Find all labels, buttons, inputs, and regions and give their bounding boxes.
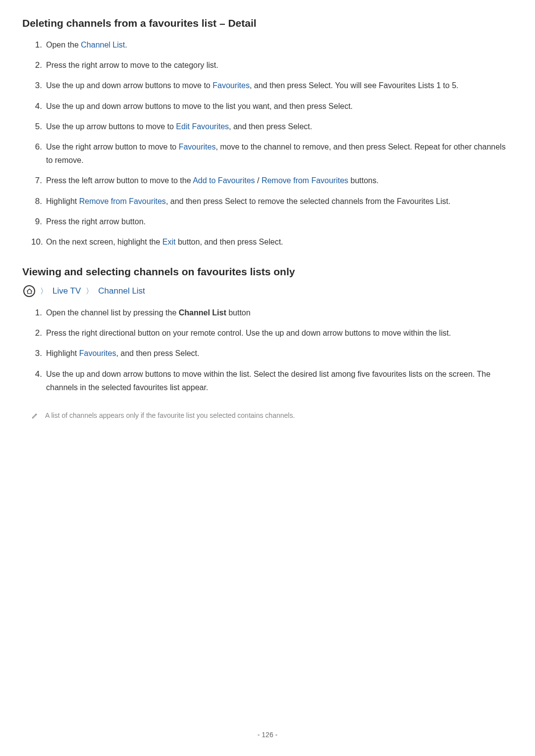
step-text: Use the up and down arrow buttons to mov… [46, 81, 213, 90]
list-number: 2. [31, 326, 42, 341]
step-text[interactable]: Exit [162, 238, 176, 246]
list-item: 3.Use the up and down arrow buttons to m… [32, 79, 513, 92]
list-item: 6.Use the right arrow button to move to … [32, 140, 513, 167]
list-item: 4.Use the up and down arrow buttons to m… [32, 100, 513, 113]
step-text: , and then press Select. [229, 122, 312, 131]
note-text: A list of channels appears only if the f… [45, 411, 295, 419]
list-number: 8. [31, 195, 42, 209]
page-number: - 126 - [258, 731, 277, 739]
step-text: Press the right arrow button. [46, 217, 146, 226]
section-heading-2: Viewing and selecting channels on favour… [22, 266, 513, 278]
list-number: 3. [31, 79, 42, 93]
list-item: 1.Open the Channel List. [32, 38, 513, 51]
list-item: 8.Highlight Remove from Favourites, and … [32, 195, 513, 208]
step-text: button, and then press Select. [175, 238, 283, 246]
list-number: 4. [31, 367, 42, 382]
list-number: 10. [31, 235, 42, 250]
pencil-icon [31, 412, 38, 419]
step-text: Highlight [46, 349, 79, 357]
step-text: Press the right directional button on yo… [46, 329, 451, 337]
breadcrumb: 〉 Live TV 〉 Channel List [22, 285, 513, 297]
list-item: 5.Use the up arrow buttons to move to Ed… [32, 120, 513, 133]
list-item: 9.Press the right arrow button. [32, 215, 513, 228]
chevron-icon: 〉 [86, 287, 93, 296]
step-text: / [255, 176, 262, 185]
step-text: Press the right arrow to move to the cat… [46, 61, 218, 69]
step-text: Use the up and down arrow buttons to mov… [46, 102, 353, 110]
step-text: Use the up arrow buttons to move to [46, 122, 176, 131]
step-text: Open the [46, 41, 81, 49]
list-item: 1.Open the channel list by pressing the … [32, 306, 513, 319]
step-text[interactable]: Favourites [213, 81, 250, 90]
steps-list-2: 1.Open the channel list by pressing the … [22, 306, 513, 394]
steps-list-1: 1.Open the Channel List.2.Press the righ… [22, 38, 513, 249]
list-item: 10.On the next screen, highlight the Exi… [32, 235, 513, 249]
breadcrumb-channel-list[interactable]: Channel List [98, 286, 145, 296]
list-item: 4.Use the up and down arrow buttons to m… [32, 367, 513, 394]
list-number: 1. [31, 38, 42, 52]
step-text: Use the right arrow button to move to [46, 143, 179, 151]
list-number: 2. [31, 58, 42, 73]
list-number: 4. [31, 100, 42, 114]
breadcrumb-live-tv[interactable]: Live TV [53, 286, 81, 296]
list-item: 2.Press the right arrow to move to the c… [32, 58, 513, 72]
step-text: buttons. [348, 176, 378, 185]
step-text[interactable]: Favourites [179, 143, 216, 151]
step-text[interactable]: Channel List [81, 41, 125, 49]
list-item: 3.Highlight Favourites, and then press S… [32, 347, 513, 360]
home-icon [23, 285, 35, 297]
list-item: 2.Press the right directional button on … [32, 326, 513, 340]
step-text: Press the left arrow button to move to t… [46, 176, 193, 185]
section-heading-1: Deleting channels from a favourites list… [22, 17, 513, 29]
list-item: 7.Press the left arrow button to move to… [32, 174, 513, 187]
chevron-icon: 〉 [40, 287, 48, 296]
list-number: 6. [31, 140, 42, 154]
step-text[interactable]: Remove from Favourites [79, 197, 166, 205]
step-text: Open the channel list by pressing the [46, 308, 179, 317]
list-number: 5. [31, 120, 42, 134]
step-text[interactable]: Add to Favourites [193, 176, 255, 185]
step-text: , and then press Select. You will see Fa… [250, 81, 459, 90]
step-text: . [125, 41, 127, 49]
list-number: 3. [31, 347, 42, 361]
list-number: 1. [31, 306, 42, 320]
step-text[interactable]: Remove from Favourites [262, 176, 348, 185]
list-number: 9. [31, 215, 42, 229]
list-number: 7. [31, 174, 42, 188]
step-text: Channel List [179, 308, 226, 317]
step-text: , and then press Select. [116, 349, 199, 357]
note-row: A list of channels appears only if the f… [22, 411, 513, 419]
step-text[interactable]: Favourites [79, 349, 116, 357]
step-text: On the next screen, highlight the [46, 238, 162, 246]
step-text[interactable]: Edit Favourites [176, 122, 229, 131]
step-text: Highlight [46, 197, 79, 205]
step-text: button [226, 308, 251, 317]
step-text: , and then press Select to remove the se… [166, 197, 451, 205]
step-text: Use the up and down arrow buttons to mov… [46, 370, 490, 392]
